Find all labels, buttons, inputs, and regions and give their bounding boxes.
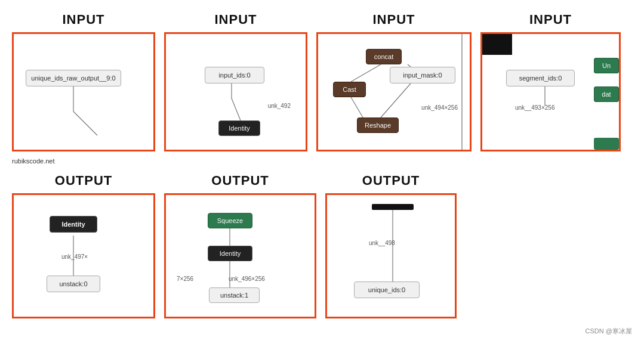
input-label-3: INPUT [316,12,472,27]
input-diagram-1: unique_ids_raw_output__9:0 [12,32,155,151]
node-cast: Cast [333,82,366,97]
input-row: INPUT unique_ids_raw_output__9:0 INPUT i… [12,12,632,151]
output-section-1: OUTPUT Identity unk_497× unstack:0 [12,173,155,318]
label-unk498: unk__498 [369,240,395,246]
node-reshape: Reshape [357,117,399,133]
input-diagram-4: segment_ids:0 Un dat unk__493×256 [480,32,621,151]
main-container: INPUT unique_ids_raw_output__9:0 INPUT i… [12,12,632,336]
output-section-2: OUTPUT Squeeze Identity 7×256 unk_496×25… [164,173,316,318]
label-unk496: unk_496×256 [229,276,265,282]
input-diagram-2: input_ids:0 unk_492 Identity [164,32,307,151]
input-label-4: INPUT [480,12,621,27]
label-unk494: unk_494×256 [421,104,458,111]
output-label-3: OUTPUT [325,173,457,188]
node-segment-ids: segment_ids:0 [506,70,575,86]
label-unk492: unk_492 [268,103,291,109]
svg-rect-8 [482,34,512,55]
input-label-2: INPUT [164,12,307,27]
input-svg-1 [14,34,153,150]
svg-rect-14 [372,204,414,210]
label-unk493: unk__493×256 [515,104,554,111]
svg-line-7 [381,83,411,117]
output-diagram-3: unk__498 unique_ids:0 [325,193,457,318]
node-dat: dat [594,86,619,102]
node-concat: concat [366,49,402,64]
input-section-1: INPUT unique_ids_raw_output__9:0 [12,12,155,151]
input-diagram-3: concat Cast input_mask:0 unk_494×256 Res… [316,32,472,151]
node-unique-ids-raw: unique_ids_raw_output__9:0 [26,70,121,86]
watermark-bottom: CSDN @寒冰屋 [12,327,632,336]
output-diagram-1: Identity unk_497× unstack:0 [12,193,155,318]
input-label-1: INPUT [12,12,155,27]
svg-line-3 [232,98,241,120]
node-unstack1: unstack:1 [209,287,260,303]
node-unique-ids: unique_ids:0 [354,281,420,298]
output-svg-3 [327,195,455,317]
node-identity-out1: Identity [50,216,97,233]
output-section-3: OUTPUT unk__498 unique_ids:0 [325,173,457,318]
node-input-mask: input_mask:0 [390,67,455,83]
node-squeeze: Squeeze [208,213,252,228]
input-section-4: INPUT segment_ids:0 Un dat unk__493×256 [480,12,621,151]
watermark-top: rubikscode.net [12,157,632,165]
node-unstack0: unstack:0 [47,276,100,292]
node-input-ids: input_ids:0 [205,67,264,83]
label-7x256: 7×256 [177,276,193,282]
node-un: Un [594,58,619,73]
node-identity-out2: Identity [208,246,252,261]
svg-line-6 [351,97,363,117]
svg-line-1 [73,112,97,135]
input-section-3: INPUT concat Cast input_mask:0 unk_494×2… [316,12,472,151]
output-row: OUTPUT Identity unk_497× unstack:0 OUTPU… [12,173,632,318]
output-label-1: OUTPUT [12,173,155,188]
node-identity-2: Identity [218,120,260,136]
label-unk497: unk_497× [61,253,88,260]
output-label-2: OUTPUT [164,173,316,188]
svg-line-4 [351,64,381,82]
input-section-2: INPUT input_ids:0 unk_492 Identity [164,12,307,151]
output-diagram-2: Squeeze Identity 7×256 unk_496×256 unsta… [164,193,316,318]
